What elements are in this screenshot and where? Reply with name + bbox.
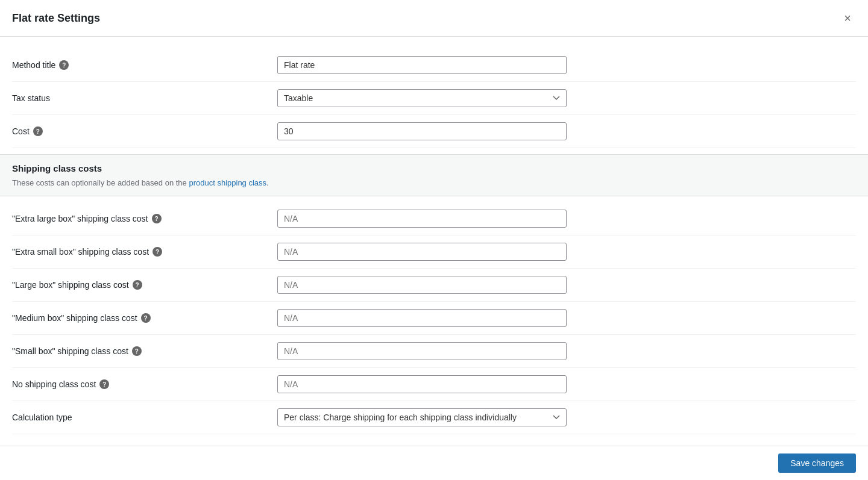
medium-box-help-icon[interactable]: ? [141, 313, 151, 323]
small-box-label: "Small box" shipping class cost ? [12, 346, 277, 356]
no-shipping-class-help-icon[interactable]: ? [99, 379, 109, 389]
section-description: These costs can optionally be added base… [12, 178, 856, 187]
small-box-input[interactable] [277, 342, 567, 360]
no-shipping-class-field [277, 375, 567, 393]
modal-footer: Save changes [0, 446, 868, 480]
calculation-type-label: Calculation type [12, 413, 277, 422]
cost-row: Cost ? [12, 115, 856, 148]
tax-status-label: Tax status [12, 93, 277, 103]
small-box-help-icon[interactable]: ? [132, 346, 142, 356]
shipping-class-costs-section: Shipping class costs These costs can opt… [0, 154, 868, 196]
extra-large-box-row: "Extra large box" shipping class cost ? [12, 202, 856, 235]
method-title-field [277, 56, 567, 74]
method-title-help-icon[interactable]: ? [59, 60, 69, 70]
shipping-class-rows: "Extra large box" shipping class cost ? … [12, 202, 856, 434]
extra-small-box-field [277, 243, 567, 261]
method-title-input[interactable] [277, 56, 567, 74]
product-shipping-class-link[interactable]: product shipping class [189, 178, 266, 187]
calculation-type-row: Calculation type Per class: Charge shipp… [12, 401, 856, 434]
method-title-label: Method title ? [12, 60, 277, 70]
medium-box-row: "Medium box" shipping class cost ? [12, 302, 856, 335]
small-box-row: "Small box" shipping class cost ? [12, 335, 856, 368]
no-shipping-class-label: No shipping class cost ? [12, 379, 277, 389]
extra-small-box-input[interactable] [277, 243, 567, 261]
section-title: Shipping class costs [12, 163, 856, 173]
small-box-field [277, 342, 567, 360]
medium-box-field [277, 309, 567, 327]
large-box-field [277, 276, 567, 294]
modal-title: Flat rate Settings [12, 12, 100, 25]
calculation-type-field: Per class: Charge shipping for each ship… [277, 408, 567, 426]
no-shipping-class-input[interactable] [277, 375, 567, 393]
extra-large-box-help-icon[interactable]: ? [152, 214, 162, 223]
cost-label: Cost ? [12, 126, 277, 136]
cost-input[interactable] [277, 122, 567, 140]
extra-small-box-row: "Extra small box" shipping class cost ? [12, 235, 856, 269]
tax-status-select[interactable]: Taxable None [277, 89, 567, 107]
large-box-input[interactable] [277, 276, 567, 294]
medium-box-input[interactable] [277, 309, 567, 327]
extra-large-box-input[interactable] [277, 210, 567, 228]
cost-help-icon[interactable]: ? [33, 126, 43, 136]
tax-status-row: Tax status Taxable None [12, 82, 856, 115]
calculation-type-select[interactable]: Per class: Charge shipping for each ship… [277, 408, 567, 426]
method-title-row: Method title ? [12, 49, 856, 82]
no-shipping-class-row: No shipping class cost ? [12, 368, 856, 401]
large-box-label: "Large box" shipping class cost ? [12, 280, 277, 290]
close-button[interactable]: × [839, 10, 856, 26]
extra-large-box-label: "Extra large box" shipping class cost ? [12, 214, 277, 223]
modal-body: Method title ? Tax status Taxable None C… [0, 37, 868, 480]
modal-header: Flat rate Settings × [0, 0, 868, 37]
save-changes-button[interactable]: Save changes [778, 454, 856, 473]
cost-field [277, 122, 567, 140]
tax-status-field: Taxable None [277, 89, 567, 107]
extra-large-box-field [277, 210, 567, 228]
large-box-help-icon[interactable]: ? [133, 280, 142, 290]
extra-small-box-label: "Extra small box" shipping class cost ? [12, 247, 277, 257]
modal-container: Flat rate Settings × Method title ? Tax … [0, 0, 868, 480]
extra-small-box-help-icon[interactable]: ? [153, 247, 162, 257]
medium-box-label: "Medium box" shipping class cost ? [12, 313, 277, 323]
large-box-row: "Large box" shipping class cost ? [12, 269, 856, 302]
